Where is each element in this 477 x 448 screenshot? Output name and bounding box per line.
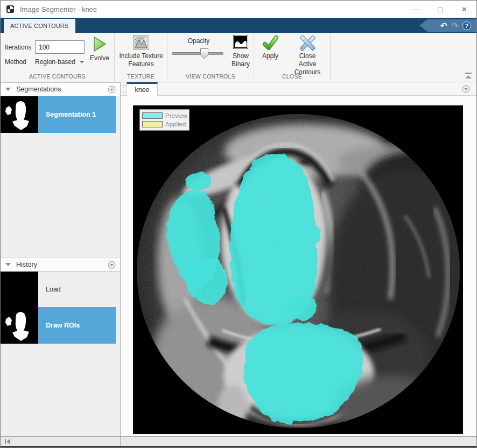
method-dropdown[interactable]: Region-based [35, 56, 84, 67]
group-texture: Include Texture Features TEXTURE [115, 33, 167, 82]
minimize-button[interactable]: — [404, 1, 428, 18]
binary-image-icon [233, 35, 248, 49]
status-bar-right [121, 437, 476, 446]
load-thumbnail [1, 272, 38, 307]
segmentations-header[interactable]: Segmentations [1, 82, 120, 96]
apply-label: Apply [256, 52, 284, 60]
collapse-panel-icon[interactable] [5, 439, 10, 444]
ribbon-tabstrip: ACTIVE CONTOURS ↶ ↷ ? [1, 18, 476, 33]
method-value: Region-based [35, 58, 75, 66]
figure-area: Preview Applied [121, 96, 476, 437]
close-label-line1: Close [285, 52, 329, 60]
texture-label-line2: Features [118, 60, 164, 68]
segmentation-thumbnail [1, 96, 38, 133]
document-tabbar: knee [121, 82, 476, 96]
applied-label: Applied [165, 121, 186, 127]
history-item-draw-rois[interactable]: Draw ROIs [1, 307, 116, 344]
legend-row-preview: Preview [142, 111, 187, 120]
tab-active-contours[interactable]: ACTIVE CONTOURS [4, 19, 75, 33]
load-item-label: Load [38, 272, 120, 307]
status-bar [1, 436, 476, 446]
overlay-legend: Preview Applied [139, 109, 190, 131]
legend-row-applied: Applied [142, 120, 187, 129]
evolve-label: Evolve [87, 54, 113, 62]
collapse-triangle-icon[interactable] [5, 88, 11, 91]
group-view-controls: Opacity Show Binary VIEW CONTROLS [167, 33, 254, 82]
close-button[interactable]: ✕ [452, 1, 476, 18]
tab-knee[interactable]: knee [127, 82, 158, 96]
method-label: Method [5, 58, 26, 66]
iterations-input[interactable] [35, 40, 85, 54]
close-x-icon [299, 35, 315, 51]
document-options-icon[interactable] [462, 85, 470, 93]
collapse-ribbon-button[interactable] [465, 73, 472, 79]
opacity-slider[interactable] [172, 52, 223, 55]
maximize-button[interactable]: □ [428, 1, 452, 18]
segmentations-title: Segmentations [16, 86, 61, 93]
window-controls: — □ ✕ [404, 1, 476, 18]
segmentation-item[interactable]: Segmentation 1 [1, 96, 116, 133]
title-bar: Image Segmenter - knee — □ ✕ [1, 1, 476, 18]
window-bottom-edge [1, 446, 476, 447]
history-title: History [16, 261, 37, 268]
texture-image-icon [133, 35, 149, 50]
knee-mri-image [133, 105, 463, 434]
close-active-contours-button[interactable]: Close Active Contours [285, 35, 329, 76]
undo-icon[interactable]: ↶ [440, 22, 447, 30]
group-close: Apply Close Active Contours CLOSE [254, 33, 331, 82]
quick-access-toolbar: ↶ ↷ ? [419, 19, 476, 32]
draw-rois-item-label: Draw ROIs [38, 307, 116, 344]
document-panel: knee [121, 82, 476, 437]
section-texture: TEXTURE [115, 73, 167, 80]
section-close: CLOSE [254, 73, 330, 80]
panel-options-icon[interactable] [108, 86, 116, 94]
include-texture-features-button[interactable]: Include Texture Features [118, 35, 164, 68]
chevron-down-icon [80, 61, 84, 63]
panel-options-icon[interactable] [108, 261, 116, 269]
left-panel: Segmentations Segmentation 1 [1, 82, 121, 437]
history-header[interactable]: History [1, 258, 120, 272]
play-icon [93, 36, 107, 52]
history-item-load[interactable]: Load [1, 272, 120, 307]
opacity-slider-thumb[interactable] [200, 48, 208, 59]
panel-grip-handle[interactable] [122, 84, 127, 94]
check-icon [262, 35, 278, 51]
window-title: Image Segmenter - knee [20, 5, 97, 13]
show-binary-label-line1: Show [229, 52, 252, 60]
opacity-label: Opacity [167, 37, 230, 45]
app-icon [6, 5, 15, 13]
preview-swatch [142, 112, 163, 119]
show-binary-button[interactable]: Show Binary [229, 35, 252, 68]
applied-swatch [142, 121, 163, 127]
group-active-contours: Iterations Method Region-based Evolve AC… [1, 33, 115, 82]
draw-rois-thumbnail [1, 307, 38, 344]
texture-label-line1: Include Texture [118, 52, 164, 60]
help-icon[interactable]: ? [462, 22, 471, 30]
image-segmenter-window: Image Segmenter - knee — □ ✕ ACTIVE CONT… [0, 0, 477, 448]
section-active-contours: ACTIVE CONTOURS [1, 73, 114, 80]
ribbon-toolbar: Iterations Method Region-based Evolve AC… [1, 33, 476, 82]
apply-button[interactable]: Apply [256, 35, 284, 60]
preview-label: Preview [165, 112, 187, 119]
collapse-triangle-icon[interactable] [5, 263, 11, 266]
redo-icon[interactable]: ↷ [451, 22, 458, 30]
main-area: Segmentations Segmentation 1 [1, 82, 476, 437]
iterations-label: Iterations [5, 44, 31, 51]
segmentation-item-label: Segmentation 1 [38, 96, 116, 133]
section-view-controls: VIEW CONTROLS [167, 73, 254, 80]
show-binary-label-line2: Binary [229, 60, 252, 68]
status-bar-left [1, 437, 121, 446]
mri-image-canvas[interactable]: Preview Applied [133, 105, 463, 434]
evolve-button[interactable]: Evolve [87, 35, 113, 62]
